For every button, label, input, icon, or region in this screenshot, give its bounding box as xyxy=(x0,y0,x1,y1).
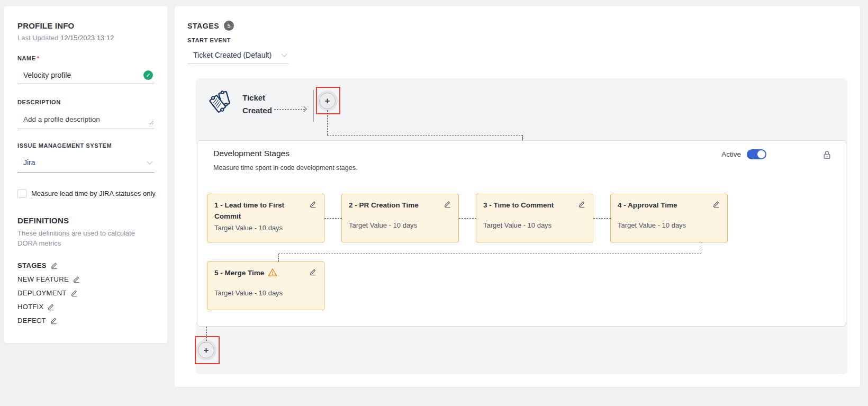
stages-panel: STAGES 5 START EVENT Ticket Created (Def… xyxy=(175,6,860,387)
stage-card-title: 1 - Lead time to First Commit xyxy=(214,200,309,222)
stage-card: 1 - Lead time to First CommitTarget Valu… xyxy=(207,194,324,242)
connector-line xyxy=(327,110,328,135)
checkbox-label: Measure lead time by JIRA statuses only xyxy=(31,190,156,197)
issue-management-system-select[interactable]: Jira xyxy=(17,153,154,173)
description-textarea[interactable]: Add a profile description xyxy=(17,110,154,129)
description-placeholder: Add a profile description xyxy=(23,115,149,123)
name-input-value: Velocity profile xyxy=(23,71,143,79)
start-event-value: Ticket Created (Default) xyxy=(193,51,282,59)
profile-info-panel: PROFILE INFO Last Updated 12/15/2023 13:… xyxy=(4,6,167,343)
chevron-down-icon xyxy=(147,158,152,164)
development-stages-card: Development Stages Measure time spent in… xyxy=(197,140,846,327)
stage-target-value: Target Value - 10 days xyxy=(214,224,317,232)
edit-stage-icon[interactable] xyxy=(309,200,317,208)
stage-target-value: Target Value - 10 days xyxy=(618,221,720,229)
edit-new-feature-icon[interactable] xyxy=(73,275,80,283)
connector-line xyxy=(701,242,701,254)
stage-card-title: 2 - PR Creation Time xyxy=(349,200,444,220)
last-updated-label: Last Updated xyxy=(17,34,58,42)
description-label: DESCRIPTION xyxy=(17,99,61,105)
required-asterisk: * xyxy=(37,55,40,61)
last-updated-value: 12/15/2023 13:12 xyxy=(60,34,114,42)
flow-separator-line xyxy=(313,90,314,122)
stage-card: 5 - Merge TimeTarget Value - 10 days xyxy=(207,261,324,310)
checkbox-unchecked[interactable] xyxy=(17,189,26,198)
edit-hotfix-icon[interactable] xyxy=(47,303,55,311)
edit-stage-icon[interactable] xyxy=(712,200,720,208)
workflow-canvas: Ticket Created + Development Stages Meas… xyxy=(196,78,847,374)
connector-line xyxy=(278,254,701,254)
profile-info-title: PROFILE INFO xyxy=(17,21,74,30)
development-stages-title: Development Stages xyxy=(213,149,290,158)
definition-item-label: DEPLOYMENT xyxy=(17,289,67,297)
start-event-select[interactable]: Ticket Created (Default) xyxy=(187,47,288,64)
warning-icon xyxy=(268,268,277,277)
stage-card-title: 4 - Approval Time xyxy=(618,200,712,220)
sidebar-item-stages: STAGES xyxy=(17,261,58,269)
start-event-label: START EVENT xyxy=(187,37,231,43)
edit-stages-icon[interactable] xyxy=(50,261,58,269)
active-toggle-row: Active xyxy=(721,149,766,159)
ticket-icon xyxy=(207,89,234,115)
ims-selected-value: Jira xyxy=(23,158,148,167)
sidebar-item-deployment: DEPLOYMENT xyxy=(17,289,78,297)
edit-defect-icon[interactable] xyxy=(50,317,58,324)
stages-item-label: STAGES xyxy=(17,261,47,269)
connector-line xyxy=(593,218,611,219)
issue-management-system-label: ISSUE MANAGEMENT SYSTEM xyxy=(17,142,112,149)
add-stage-button-bottom[interactable]: + xyxy=(198,342,214,358)
start-node-label: Ticket Created xyxy=(242,92,291,117)
sidebar-item-hotfix: HOTFIX xyxy=(17,303,55,311)
arrow-head-icon xyxy=(301,106,306,112)
resize-grip-icon[interactable] xyxy=(149,118,154,127)
name-label: NAME* xyxy=(17,55,40,61)
stage-card: 3 - Time to CommentTarget Value - 10 day… xyxy=(476,194,593,242)
chevron-down-icon xyxy=(281,51,287,57)
flow-arrow xyxy=(274,109,305,110)
name-input[interactable]: Velocity profile ✓ xyxy=(17,67,154,84)
connector-line xyxy=(459,218,476,219)
definition-item-label: DEFECT xyxy=(17,317,46,324)
jira-statuses-checkbox-row[interactable]: Measure lead time by JIRA statuses only xyxy=(17,189,156,198)
active-toggle[interactable] xyxy=(747,149,766,159)
add-stage-button-top[interactable]: + xyxy=(319,93,336,109)
connector-line xyxy=(324,218,342,219)
sidebar-item-new-feature: NEW FEATURE xyxy=(17,275,80,283)
stage-target-value: Target Value - 10 days xyxy=(214,289,317,297)
edit-deployment-icon[interactable] xyxy=(70,289,78,297)
stage-card-title: 5 - Merge Time xyxy=(214,268,309,287)
connector-line xyxy=(327,135,523,136)
development-stages-subtitle: Measure time spent in code development s… xyxy=(213,164,357,172)
definitions-title: DEFINITIONS xyxy=(17,216,69,225)
edit-stage-icon[interactable] xyxy=(309,268,317,276)
edit-stage-icon[interactable] xyxy=(578,200,586,208)
sidebar-item-defect: DEFECT xyxy=(17,317,58,324)
stages-header: STAGES 5 xyxy=(187,21,234,31)
stage-card: 2 - PR Creation TimeTarget Value - 10 da… xyxy=(341,194,459,242)
active-label: Active xyxy=(721,150,741,158)
edit-stage-icon[interactable] xyxy=(444,200,451,208)
definition-item-label: NEW FEATURE xyxy=(17,275,69,283)
connector-line xyxy=(278,254,279,261)
stage-target-value: Target Value - 10 days xyxy=(349,221,451,229)
stage-target-value: Target Value - 10 days xyxy=(483,221,586,229)
stage-card: 4 - Approval TimeTarget Value - 10 days xyxy=(610,194,728,242)
definition-item-label: HOTFIX xyxy=(17,303,43,311)
definitions-description: These definitions are used to calculate … xyxy=(17,229,151,249)
stages-heading: STAGES xyxy=(187,22,219,30)
last-updated: Last Updated 12/15/2023 13:12 xyxy=(17,34,114,42)
stages-count-badge: 5 xyxy=(224,21,234,31)
stage-card-title: 3 - Time to Comment xyxy=(483,200,578,220)
lock-icon[interactable] xyxy=(822,150,832,160)
valid-check-icon: ✓ xyxy=(143,70,153,80)
